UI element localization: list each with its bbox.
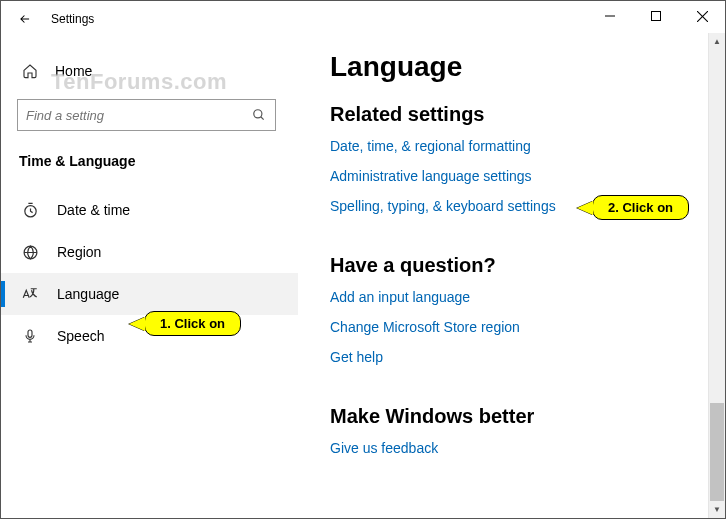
svg-line-5 [261, 117, 264, 120]
svg-rect-8 [28, 330, 32, 337]
window-controls [587, 1, 725, 31]
scroll-thumb[interactable] [710, 403, 724, 501]
link-add-input-language[interactable]: Add an input language [330, 289, 688, 305]
scrollbar[interactable]: ▲ ▼ [708, 33, 725, 518]
titlebar: Settings [1, 1, 725, 33]
link-spelling-typing-keyboard[interactable]: Spelling, typing, & keyboard settings [330, 198, 688, 214]
category-title: Time & Language [17, 153, 276, 169]
clock-icon [21, 201, 39, 219]
mic-icon [21, 327, 39, 345]
language-icon [21, 285, 39, 303]
svg-point-4 [254, 110, 262, 118]
globe-icon [21, 243, 39, 261]
section-make-windows-better: Make Windows better [330, 405, 688, 428]
svg-rect-1 [652, 12, 661, 21]
nav-list: Date & time Region Language [1, 189, 298, 357]
search-box[interactable] [17, 99, 276, 131]
main-pane: Language Related settings Date, time, & … [298, 33, 725, 518]
minimize-icon [605, 11, 615, 21]
maximize-button[interactable] [633, 1, 679, 31]
back-button[interactable] [9, 7, 41, 31]
sidebar: Home Time & Language Date [1, 33, 298, 518]
scroll-track[interactable] [709, 50, 725, 501]
section-have-question: Have a question? [330, 254, 688, 277]
window-body: Home Time & Language Date [1, 33, 725, 518]
sidebar-item-language[interactable]: Language [1, 273, 298, 315]
close-icon [697, 11, 708, 22]
section-related-settings: Related settings [330, 103, 688, 126]
window-title: Settings [51, 12, 94, 26]
scroll-up-button[interactable]: ▲ [709, 33, 725, 50]
scroll-down-button[interactable]: ▼ [709, 501, 725, 518]
home-label: Home [55, 63, 92, 79]
link-date-time-regional[interactable]: Date, time, & regional formatting [330, 138, 688, 154]
sidebar-item-speech[interactable]: Speech [1, 315, 298, 357]
nav-label: Region [57, 244, 101, 260]
nav-label: Language [57, 286, 119, 302]
arrow-left-icon [18, 12, 32, 26]
link-administrative-language[interactable]: Administrative language settings [330, 168, 688, 184]
sidebar-item-region[interactable]: Region [1, 231, 298, 273]
titlebar-left: Settings [1, 1, 94, 31]
page-heading: Language [330, 51, 688, 83]
settings-window: Settings Home [0, 0, 726, 519]
home-icon [21, 62, 39, 80]
search-input[interactable] [26, 108, 251, 123]
nav-label: Speech [57, 328, 104, 344]
search-icon [251, 107, 267, 123]
maximize-icon [651, 11, 661, 21]
sidebar-home[interactable]: Home [17, 51, 276, 91]
minimize-button[interactable] [587, 1, 633, 31]
nav-label: Date & time [57, 202, 130, 218]
main-content: Language Related settings Date, time, & … [298, 33, 708, 518]
close-button[interactable] [679, 1, 725, 31]
link-give-feedback[interactable]: Give us feedback [330, 440, 688, 456]
link-get-help[interactable]: Get help [330, 349, 688, 365]
link-change-store-region[interactable]: Change Microsoft Store region [330, 319, 688, 335]
sidebar-item-date-time[interactable]: Date & time [1, 189, 298, 231]
